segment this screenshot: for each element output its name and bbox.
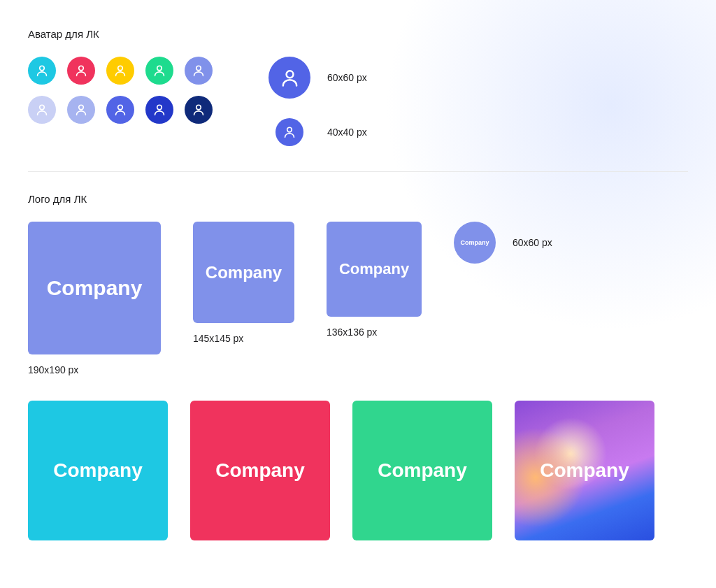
svg-point-7 <box>118 105 123 110</box>
logo-size-label: 190х190 рх <box>28 364 161 375</box>
logo-circle-label: 60x60 px <box>513 237 552 248</box>
person-icon <box>191 102 206 117</box>
logo-color-row: CompanyCompanyCompanyCompany <box>28 401 688 540</box>
logo-size-column: Company136х136 рх <box>327 222 422 338</box>
avatar-swatch-row <box>28 57 213 85</box>
avatar-specimen-label: 60x60 px <box>327 72 367 83</box>
svg-point-6 <box>79 105 84 110</box>
company-logo-text: Company <box>378 459 467 482</box>
avatar-swatch-row <box>28 96 213 124</box>
avatar-specimen-row: 60x60 px <box>268 57 367 99</box>
avatar-specimen <box>275 118 303 146</box>
person-icon <box>191 63 206 78</box>
avatar-swatch <box>28 96 56 124</box>
company-logo-tile: Company <box>190 401 330 540</box>
logo-size-label: 136х136 рх <box>327 327 422 338</box>
avatar-specimen-slot <box>268 57 310 99</box>
svg-point-5 <box>40 105 45 110</box>
avatar-swatch <box>28 57 56 85</box>
person-icon <box>73 63 89 78</box>
avatar-swatch <box>145 57 173 85</box>
person-icon <box>34 102 50 117</box>
svg-point-2 <box>118 66 123 71</box>
logo-section-title: Лого для ЛК <box>28 193 688 205</box>
person-icon <box>113 63 128 78</box>
person-icon <box>73 102 89 117</box>
company-logo-text: Company <box>339 260 409 278</box>
section-divider <box>28 171 688 172</box>
avatar-swatch <box>145 96 173 124</box>
company-logo-tile: Company <box>28 401 168 540</box>
person-icon <box>152 102 167 117</box>
svg-point-3 <box>157 66 162 71</box>
company-logo-tile: Company <box>28 222 161 354</box>
company-logo-text: Company <box>460 239 489 246</box>
company-logo-tile: Company <box>193 222 294 323</box>
avatar-swatch <box>67 96 95 124</box>
company-logo-text: Company <box>206 263 282 282</box>
svg-point-10 <box>286 71 293 78</box>
avatar-swatch <box>106 96 134 124</box>
logo-size-label: 145х145 рх <box>193 333 294 344</box>
company-logo-text: Company <box>215 459 305 482</box>
company-logo-text: Company <box>540 459 629 482</box>
person-icon <box>113 102 128 117</box>
logo-size-column: Company145х145 рх <box>193 222 294 344</box>
company-logo-text: Company <box>53 459 143 482</box>
person-icon <box>152 63 167 78</box>
svg-point-1 <box>79 66 84 71</box>
logo-size-column: Company190х190 рх <box>28 222 161 375</box>
avatar-specimen-row: 40x40 px <box>268 118 367 146</box>
avatar-specimen <box>268 57 310 99</box>
svg-point-0 <box>40 66 45 71</box>
svg-point-9 <box>196 105 201 110</box>
svg-point-8 <box>157 105 162 110</box>
avatar-swatch <box>106 57 134 85</box>
svg-point-4 <box>196 66 201 71</box>
avatar-swatch <box>185 96 213 124</box>
person-icon <box>282 124 297 140</box>
person-icon <box>278 66 301 89</box>
logo-size-row: Company190х190 рхCompany145х145 рхCompan… <box>28 222 688 375</box>
company-logo-tile-gradient: Company <box>515 401 654 540</box>
avatar-swatch <box>67 57 95 85</box>
company-logo-circle: Company <box>454 222 496 264</box>
company-logo-tile: Company <box>352 401 492 540</box>
avatar-block: 60x60 px 40x40 px <box>28 57 688 146</box>
avatar-size-specimens: 60x60 px 40x40 px <box>268 57 367 146</box>
avatar-swatch <box>185 57 213 85</box>
avatar-specimen-label: 40x40 px <box>327 127 367 138</box>
avatar-specimen-slot <box>268 118 310 146</box>
company-logo-text: Company <box>47 276 143 300</box>
logo-circle-column: Company60x60 px <box>454 222 552 264</box>
avatar-section-title: Аватар для ЛК <box>28 28 688 40</box>
person-icon <box>34 63 50 78</box>
svg-point-11 <box>287 127 292 132</box>
company-logo-tile: Company <box>327 222 422 317</box>
avatar-swatch-grid <box>28 57 213 124</box>
